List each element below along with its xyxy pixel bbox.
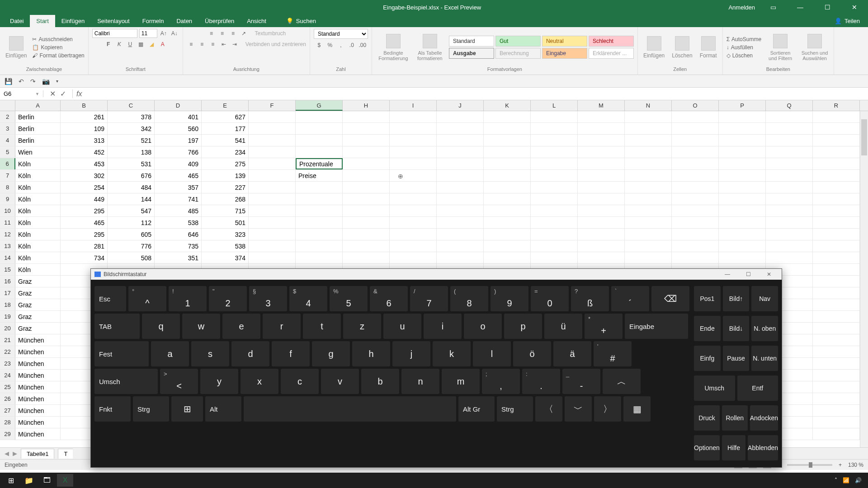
autosum-button[interactable]: Σ AutoSumme [726, 36, 761, 42]
cell[interactable] [813, 146, 860, 158]
osk-key[interactable]: Eingabe [625, 314, 688, 339]
cell[interactable] [390, 252, 437, 263]
osk-key[interactable]: a [151, 341, 189, 366]
osk-key[interactable]: d [231, 341, 269, 366]
cell[interactable]: Wien [15, 146, 61, 158]
cell[interactable] [296, 135, 343, 146]
style-bad[interactable]: Schlecht [589, 36, 634, 47]
cell[interactable] [343, 182, 390, 193]
osk-key[interactable]: r [263, 314, 301, 339]
cell[interactable] [390, 123, 437, 134]
decrease-indent-button[interactable]: ⇤ [219, 40, 228, 49]
cell[interactable]: 112 [108, 217, 155, 228]
undo-button[interactable]: ↶ [19, 78, 24, 85]
save-button[interactable]: 💾 [5, 78, 12, 85]
cell[interactable] [813, 193, 860, 205]
cell[interactable] [296, 123, 343, 134]
row-header[interactable]: 20 [0, 323, 15, 334]
cell[interactable] [531, 135, 578, 146]
cell[interactable] [249, 158, 296, 169]
format-cells-button[interactable]: Format [698, 34, 719, 61]
row-header[interactable]: 7 [0, 170, 15, 181]
percent-button[interactable]: % [326, 41, 335, 50]
cell[interactable] [813, 123, 860, 134]
osk-key[interactable]: Optionen [694, 435, 720, 460]
conditional-formatting-button[interactable]: Bedingte Formatierung [376, 32, 411, 63]
tell-me-search[interactable]: 💡 Suchen [282, 15, 321, 27]
cell[interactable] [296, 146, 343, 158]
cell[interactable] [296, 240, 343, 252]
cell[interactable]: 227 [202, 182, 249, 193]
comma-button[interactable]: , [336, 41, 345, 50]
cell[interactable]: Köln [15, 252, 61, 263]
cell[interactable] [343, 146, 390, 158]
tray-up-icon[interactable]: ˄ [835, 477, 837, 483]
share-button[interactable]: 👤 Teilen [826, 15, 868, 27]
cell[interactable] [813, 287, 860, 299]
cell[interactable] [813, 264, 860, 275]
osk-maximize-button[interactable]: ☐ [739, 271, 757, 277]
col-header-J[interactable]: J [437, 100, 484, 111]
cell[interactable]: 735 [155, 240, 202, 252]
cell[interactable] [813, 358, 860, 369]
cell[interactable]: 261 [61, 111, 108, 122]
osk-key[interactable]: Alt [205, 396, 241, 422]
cell[interactable] [672, 229, 719, 240]
cell[interactable] [813, 170, 860, 181]
cell[interactable] [578, 240, 625, 252]
currency-button[interactable]: $ [315, 41, 324, 50]
cell[interactable] [766, 252, 813, 263]
cell[interactable] [249, 123, 296, 134]
tab-pagelayout[interactable]: Seitenlayout [91, 15, 136, 27]
col-header-P[interactable]: P [719, 100, 766, 111]
row-header[interactable]: 12 [0, 229, 15, 240]
cell[interactable] [813, 111, 860, 122]
cell[interactable]: München [15, 370, 61, 381]
clear-button[interactable]: ◇ Löschen [726, 52, 761, 59]
cell[interactable] [813, 323, 860, 334]
row-header[interactable]: 4 [0, 135, 15, 146]
cell[interactable] [766, 217, 813, 228]
cell[interactable] [719, 240, 766, 252]
cell[interactable] [813, 158, 860, 169]
cell[interactable] [813, 252, 860, 263]
cell[interactable] [249, 182, 296, 193]
cell[interactable] [672, 182, 719, 193]
col-header-Q[interactable]: Q [766, 100, 813, 111]
insert-cells-button[interactable]: Einfügen [642, 34, 666, 61]
osk-key[interactable]: Strg [133, 396, 169, 422]
osk-key[interactable]: t [303, 314, 341, 339]
merge-button[interactable]: Verbinden und zentrieren [245, 41, 306, 47]
cell[interactable]: 138 [108, 146, 155, 158]
confirm-edit-button[interactable]: ✓ [60, 89, 66, 98]
cell[interactable] [672, 170, 719, 181]
style-input[interactable]: Eingabe [542, 48, 587, 59]
cell[interactable]: 521 [108, 135, 155, 146]
cell[interactable]: 501 [202, 217, 249, 228]
osk-key[interactable]: n [401, 369, 439, 394]
cell[interactable] [437, 193, 484, 205]
cell[interactable]: Graz [15, 311, 61, 322]
cell[interactable] [437, 170, 484, 181]
col-header-B[interactable]: B [61, 100, 108, 111]
orientation-button[interactable]: ↗ [239, 29, 248, 38]
tab-data[interactable]: Daten [170, 15, 198, 27]
cell[interactable]: München [15, 393, 61, 404]
cell[interactable] [766, 240, 813, 252]
cell[interactable] [390, 182, 437, 193]
col-header-N[interactable]: N [625, 100, 672, 111]
row-header[interactable]: 25 [0, 381, 15, 393]
osk-key[interactable]: )9 [491, 286, 528, 311]
tray-volume-icon[interactable]: 🔊 [855, 477, 862, 483]
tray-network-icon[interactable]: 📶 [843, 477, 849, 483]
cell[interactable] [437, 135, 484, 146]
decrease-decimal-button[interactable]: .00 [358, 41, 367, 50]
col-header-C[interactable]: C [108, 100, 155, 111]
sheet-tab-1[interactable]: Tabelle1 [21, 449, 54, 459]
taskbar-app-1[interactable]: 🗔 [39, 474, 55, 487]
minimize-button[interactable]: — [791, 4, 809, 11]
osk-key[interactable]: i [424, 314, 462, 339]
align-top-button[interactable]: ≡ [207, 29, 216, 38]
cell[interactable] [343, 170, 390, 181]
osk-key[interactable]: °^ [128, 286, 166, 311]
